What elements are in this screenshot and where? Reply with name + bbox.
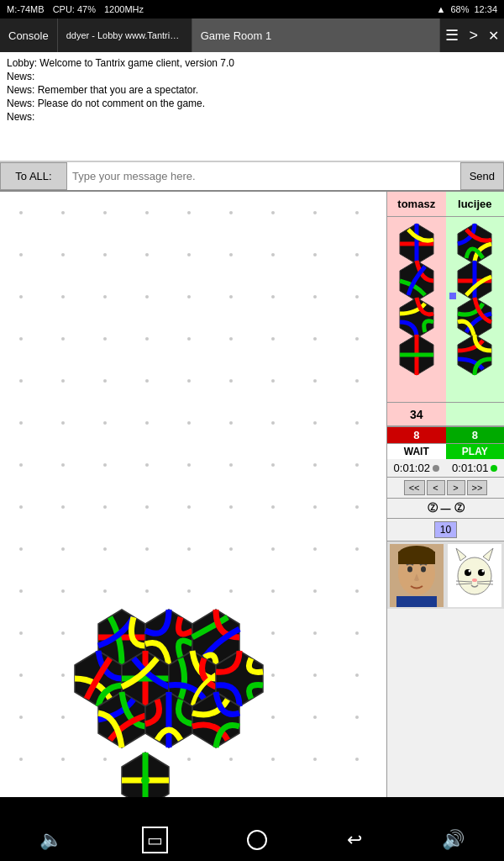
z-arrow: — [441, 503, 451, 515]
player-header-tomasz: tomasz [387, 192, 446, 217]
chat-line-2: News: Remember that you are a spectator. [7, 84, 497, 96]
tab-bar-actions: ☰ > ✕ [440, 26, 504, 45]
wifi-icon: ▲ [437, 4, 446, 14]
home-icon[interactable] [247, 830, 267, 850]
lucijee-tiles [446, 217, 505, 402]
lucijee-avatar-svg [448, 544, 501, 607]
tab-more-icon[interactable]: > [464, 27, 483, 45]
tomasz-score-value: 34 [410, 408, 423, 421]
player-header-lucijee: lucijee [446, 192, 505, 217]
freq-label: 1200MHz [104, 4, 144, 14]
game-area: tomasz lucijee [0, 192, 504, 797]
tomasz-avatar [387, 541, 446, 609]
lucijee-score [446, 403, 505, 425]
chat-line-3: News: Please do not comment on the game. [7, 98, 497, 109]
svg-rect-30 [396, 596, 437, 607]
nav-row: << < > >> [387, 477, 504, 498]
nav-next-next-button[interactable]: >> [467, 480, 488, 495]
side-panel: tomasz lucijee [386, 192, 504, 797]
tomasz-dot [433, 465, 439, 472]
status-left: M:-74MB CPU: 47% 1200MHz [7, 4, 144, 14]
lucijee-time: 0:01:01 [446, 459, 505, 477]
back-icon[interactable]: ↩ [347, 829, 362, 851]
to-all-label: To ALL: [15, 170, 51, 182]
nav-prev-prev-button[interactable]: << [404, 480, 425, 495]
to-all-button[interactable]: To ALL: [0, 162, 67, 190]
status-bar: M:-74MB CPU: 47% 1200MHz ▲ 68% 12:34 [0, 0, 504, 18]
lucijee-status-label: PLAY [446, 443, 505, 459]
lucijee-name: lucijee [458, 198, 491, 210]
chat-line-1: News: [7, 71, 497, 82]
tomasz-tiles [387, 217, 446, 402]
lucijee-timer-badge: 8 [446, 427, 505, 443]
tomasz-timer-badge: 8 [387, 427, 446, 443]
chat-line-4: News: [7, 111, 497, 123]
cpu-label: CPU: 47% [53, 4, 96, 14]
tab-console-label: Console [8, 29, 49, 42]
players-row: tomasz lucijee [387, 192, 504, 217]
tomasz-avatar-svg [390, 544, 444, 607]
send-label: Send [470, 170, 495, 182]
svg-point-38 [482, 569, 485, 572]
svg-point-15 [141, 776, 150, 784]
message-input[interactable] [67, 162, 460, 190]
timer-labels: WAIT PLAY [387, 443, 504, 459]
z-nav: Ⓩ — Ⓩ [387, 498, 504, 518]
avatar-row [387, 541, 504, 609]
timer-times: 0:01:02 0:01:01 [387, 459, 504, 477]
svg-point-27 [421, 566, 426, 572]
svg-point-37 [469, 569, 471, 572]
lucijee-dot [491, 465, 497, 472]
lucijee-tiles-svg [450, 220, 499, 388]
tab-bar: Console ddyer - Lobby www.Tantrix.com Ga… [0, 18, 504, 52]
nav-next-button[interactable]: > [447, 480, 465, 495]
svg-point-26 [407, 566, 412, 572]
svg-rect-29 [398, 552, 435, 564]
volume-down-icon[interactable]: 🔈 [39, 829, 62, 851]
move-counter-row: 10 [387, 518, 504, 541]
move-counter: 10 [434, 521, 457, 538]
timer-badges: 8 8 [387, 427, 504, 443]
mem-label: M:-74MB [7, 4, 45, 14]
tomasz-name: tomasz [397, 198, 435, 210]
tab-console[interactable]: Console [0, 18, 58, 52]
chat-area: Lobby: Welcome to Tantrix game client, v… [0, 52, 504, 161]
tab-menu-icon[interactable]: ☰ [440, 26, 464, 45]
tab-gameroom-label: Game Room 1 [201, 29, 272, 42]
tomasz-time: 0:01:02 [387, 459, 446, 477]
time-label: 12:34 [474, 4, 497, 14]
tab-lobby[interactable]: ddyer - Lobby www.Tantrix.com [58, 18, 192, 52]
tiles-display-row [387, 217, 504, 402]
lucijee-time-value: 0:01:01 [452, 462, 488, 474]
bottom-nav-bar: 🔈 ▭ ↩ 🔊 [0, 819, 504, 861]
status-right: ▲ 68% 12:34 [437, 4, 497, 14]
message-row: To ALL: Send [0, 161, 504, 192]
board-area[interactable] [0, 192, 386, 797]
z-right-icon[interactable]: Ⓩ [454, 501, 465, 515]
tomasz-status-label: WAIT [387, 443, 446, 459]
svg-point-32 [458, 557, 491, 594]
z-left-icon[interactable]: Ⓩ [428, 501, 438, 515]
tab-lobby-label: ddyer - Lobby www.Tantrix.com [66, 30, 183, 40]
chat-line-0: Lobby: Welcome to Tantrix game client, v… [7, 57, 497, 69]
nav-prev-button[interactable]: < [427, 480, 445, 495]
tomasz-score: 34 [387, 403, 446, 425]
volume-up-icon[interactable]: 🔊 [442, 829, 465, 851]
tomasz-tiles-svg [392, 220, 441, 388]
svg-point-39 [472, 578, 477, 582]
game-board-svg [0, 192, 386, 797]
send-button[interactable]: Send [460, 162, 504, 190]
recent-apps-icon[interactable]: ▭ [142, 827, 168, 853]
tab-close-icon[interactable]: ✕ [483, 28, 504, 44]
battery-label: 68% [450, 4, 469, 14]
timer-section: 8 8 WAIT PLAY 0:01:02 0:01:01 [387, 425, 504, 477]
scores-row: 34 [387, 402, 504, 425]
tab-gameroom[interactable]: Game Room 1 [192, 18, 441, 52]
tomasz-time-value: 0:01:02 [394, 462, 430, 474]
lucijee-avatar [446, 541, 505, 609]
